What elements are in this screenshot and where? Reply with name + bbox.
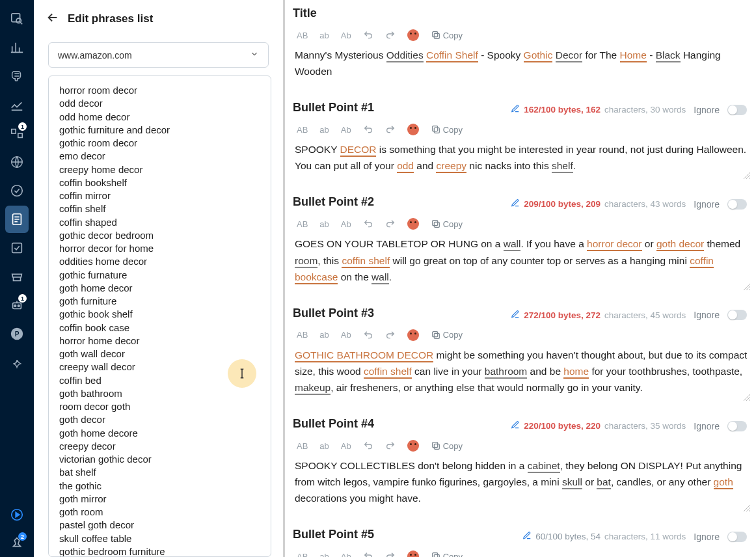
- nav-listing[interactable]: [5, 206, 29, 233]
- pen-icon[interactable]: [522, 531, 532, 542]
- pen-icon[interactable]: [511, 198, 520, 210]
- title-toolbar: AB ab Ab Copy: [293, 25, 752, 44]
- copy-button[interactable]: Copy: [431, 219, 463, 229]
- uppercase-tool[interactable]: AB: [297, 125, 308, 135]
- lowercase-tool[interactable]: ab: [319, 31, 329, 40]
- undo-icon[interactable]: [363, 219, 373, 229]
- nav-analytics[interactable]: [5, 34, 29, 61]
- ignore-label: Ignore: [694, 532, 720, 542]
- emoji-tool[interactable]: [407, 329, 419, 341]
- undo-icon[interactable]: [363, 441, 373, 451]
- nav-play[interactable]: [5, 501, 29, 528]
- phrases-textarea[interactable]: horror room decorodd decorodd home decor…: [48, 75, 271, 557]
- keyword: wall: [504, 238, 521, 251]
- phrase-line: room decor goth: [59, 400, 262, 413]
- resize-handle-icon[interactable]: [744, 284, 750, 290]
- phrase-line: gothic bedroom furniture: [59, 545, 262, 557]
- nav-tasks[interactable]: [5, 234, 29, 262]
- lowercase-tool[interactable]: ab: [319, 552, 329, 557]
- titlecase-tool[interactable]: Ab: [341, 219, 351, 229]
- titlecase-tool[interactable]: Ab: [341, 552, 351, 557]
- copy-button[interactable]: Copy: [431, 124, 463, 135]
- ignore-toggle[interactable]: [727, 105, 747, 115]
- nav-bot[interactable]: 1: [5, 292, 29, 319]
- emoji-tool[interactable]: [407, 29, 419, 41]
- phrase-line: odd decor: [59, 97, 262, 110]
- redo-icon[interactable]: [385, 330, 396, 340]
- keyword: Coffin Shelf: [426, 49, 478, 62]
- title-input[interactable]: Manny's Mysterious Oddities Coffin Shelf…: [293, 44, 752, 87]
- phrase-line: oddities home decor: [59, 255, 262, 268]
- bullet-input[interactable]: SPOOKY COLLECTIBLES don't belong hidden …: [293, 454, 752, 513]
- redo-icon[interactable]: [385, 30, 396, 40]
- uppercase-tool[interactable]: AB: [297, 330, 308, 340]
- nav-store[interactable]: [5, 263, 29, 290]
- uppercase-tool[interactable]: AB: [297, 219, 308, 229]
- lowercase-tool[interactable]: ab: [319, 219, 329, 229]
- pen-icon[interactable]: [511, 104, 520, 115]
- phrase-line: pastel goth decor: [59, 519, 262, 532]
- keyword: goth decor: [656, 238, 704, 251]
- undo-icon[interactable]: [363, 551, 373, 557]
- emoji-tool[interactable]: [407, 218, 419, 230]
- nav-pin[interactable]: 2: [5, 530, 29, 557]
- nav-lamp[interactable]: [5, 349, 29, 376]
- emoji-tool[interactable]: [407, 124, 419, 135]
- titlecase-tool[interactable]: Ab: [341, 31, 351, 40]
- uppercase-tool[interactable]: AB: [297, 31, 308, 40]
- lowercase-tool[interactable]: ab: [319, 125, 329, 135]
- uppercase-tool[interactable]: AB: [297, 552, 308, 557]
- back-icon[interactable]: [46, 10, 60, 27]
- bullet-input[interactable]: GOTHIC BATHROOM DECOR might be something…: [293, 344, 752, 403]
- redo-icon[interactable]: [385, 124, 396, 135]
- marketplace-dropdown[interactable]: www.amazon.com: [48, 42, 269, 68]
- emoji-tool[interactable]: [407, 440, 419, 452]
- bullet-input[interactable]: SPOOKY DECOR is something that you might…: [293, 138, 752, 181]
- emoji-tool[interactable]: [407, 550, 419, 557]
- copy-button[interactable]: Copy: [431, 30, 463, 40]
- copy-button[interactable]: Copy: [431, 330, 463, 340]
- undo-icon[interactable]: [363, 330, 373, 340]
- nav-chart[interactable]: [5, 91, 29, 118]
- phrase-line: gothic furniture and decor: [59, 124, 262, 137]
- titlecase-tool[interactable]: Ab: [341, 330, 351, 340]
- copy-button[interactable]: Copy: [431, 551, 463, 557]
- nav-product-research[interactable]: [5, 5, 29, 33]
- pen-icon[interactable]: [511, 310, 520, 321]
- nav-p[interactable]: P: [5, 320, 29, 347]
- svg-text:P: P: [15, 331, 20, 338]
- svg-rect-0: [12, 14, 20, 22]
- ignore-toggle[interactable]: [727, 421, 747, 431]
- titlecase-tool[interactable]: Ab: [341, 125, 351, 135]
- redo-icon[interactable]: [385, 441, 396, 451]
- uppercase-tool[interactable]: AB: [297, 441, 308, 451]
- undo-icon[interactable]: [363, 124, 373, 135]
- keyword: coffin shelf: [342, 255, 390, 268]
- nav-check[interactable]: [5, 177, 29, 204]
- nav-brain[interactable]: [5, 62, 29, 90]
- redo-icon[interactable]: [385, 551, 396, 557]
- nav-globe[interactable]: [5, 148, 29, 176]
- ignore-toggle[interactable]: [727, 310, 747, 320]
- resize-handle-icon[interactable]: [744, 505, 750, 511]
- svg-rect-15: [432, 32, 437, 37]
- pen-icon[interactable]: [511, 420, 520, 431]
- lowercase-tool[interactable]: ab: [319, 330, 329, 340]
- svg-rect-19: [432, 221, 437, 226]
- ignore-toggle[interactable]: [727, 532, 747, 542]
- svg-point-10: [18, 305, 20, 307]
- lowercase-tool[interactable]: ab: [319, 441, 329, 451]
- ignore-toggle[interactable]: [727, 199, 747, 210]
- undo-icon[interactable]: [363, 30, 373, 40]
- nav-layout[interactable]: 1: [5, 120, 29, 147]
- resize-handle-icon[interactable]: [744, 394, 750, 401]
- resize-handle-icon[interactable]: [744, 172, 750, 179]
- titlecase-tool[interactable]: Ab: [341, 441, 351, 451]
- copy-button[interactable]: Copy: [431, 441, 463, 451]
- redo-icon[interactable]: [385, 219, 396, 229]
- keyword: wall: [371, 271, 389, 284]
- keyword: cabinet: [528, 460, 560, 473]
- bullet-input[interactable]: GOES ON YOUR TABLETOP OR HUNG on a wall.…: [293, 232, 752, 292]
- emoji-face-icon: [407, 218, 419, 230]
- svg-point-5: [12, 185, 23, 197]
